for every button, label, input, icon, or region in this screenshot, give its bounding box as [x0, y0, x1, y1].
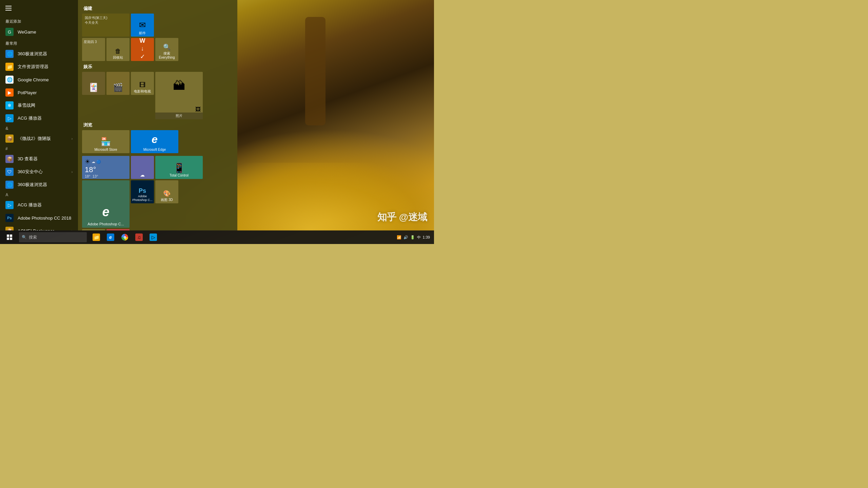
search-magnifier-icon: 🔍 — [22, 235, 27, 240]
app-aomei[interactable]: 📦 AOMEI Backupper › — [0, 224, 78, 230]
svg-rect-3 — [10, 238, 12, 240]
watermark: 知乎 @迷域 — [377, 211, 427, 224]
acgplayer-icon: ▷ — [5, 114, 14, 122]
app-360browser2-label: 360极速浏览器 — [18, 182, 47, 188]
chrome-icon: 🌐 — [5, 76, 14, 84]
photoshop-icon: Ps — [5, 214, 14, 222]
jiangjian-label: 偏建 — [83, 5, 232, 12]
taskbar-app-netease[interactable]: ♫ — [132, 230, 146, 244]
photos-icon: 🏔 — [173, 79, 185, 93]
app-potplayer[interactable]: ▶ PotPlayer — [0, 86, 78, 99]
app-weizhan2[interactable]: 📦 《微战2》微陋版 › — [0, 132, 78, 145]
hamburger-menu[interactable] — [5, 6, 12, 11]
app-acg2[interactable]: ▷ ACG 播放器 — [0, 199, 78, 211]
tile-ms-edge[interactable]: e Microsoft Edge — [131, 130, 178, 153]
tile-thursday[interactable]: 星期四 3 — [82, 38, 105, 61]
app-acgplayer[interactable]: ▷ ACG 播放器 — [0, 112, 78, 125]
taskbar-search-text: 搜索 — [29, 235, 37, 240]
tray-battery-icon[interactable]: 🔋 — [410, 235, 415, 240]
app-360browser[interactable]: 🌐 360极速浏览器 — [0, 47, 78, 60]
svg-rect-2 — [7, 238, 9, 240]
taskbar-search[interactable]: 🔍 搜索 — [19, 232, 87, 242]
ps-icon: Ps — [139, 187, 146, 195]
edge-dev-label: Adobe Photoshop C... — [86, 222, 125, 226]
weather-high: 18° — [85, 174, 91, 178]
ps-label: Adobe Photoshop C... — [131, 195, 154, 202]
tools-row1: e Adobe Photoshop C... Ps Adobe Photosho… — [82, 180, 233, 228]
app-chrome[interactable]: 🌐 Google Chrome — [0, 73, 78, 86]
section-a-divider: A — [0, 191, 78, 199]
tile-national-day[interactable]: 国庆书(第三天)今天全天 — [82, 14, 130, 37]
cards-icon: 🃏 — [88, 83, 99, 92]
tile-office[interactable]: W ↓ ✓ — [131, 38, 154, 61]
tile-search-everything[interactable]: 🔍 搜索 Everything — [155, 38, 178, 61]
recyclebin-icon: 🗑 — [115, 48, 121, 55]
start-menu-left: 最近添加 G WeGame 最常用 🌐 360极速浏览器 📁 文件资源管理器 🌐… — [0, 0, 78, 230]
taskbar-clock[interactable]: 1:39 — [423, 235, 430, 240]
fileexplorer-icon: 📁 — [5, 63, 14, 71]
tile-paint3d[interactable]: 🎨 画图 3D — [155, 180, 178, 203]
taskbar-app-edge[interactable]: e — [104, 230, 117, 244]
app-photoshop[interactable]: Ps Adobe Photoshop CC 2018 — [0, 211, 78, 224]
app-blizzard-label: 暴雪战网 — [18, 102, 35, 108]
yule-group: 娱乐 🃏 🎬 🎞 电影和电视 照片 🏔 🖼 — [82, 64, 233, 119]
browse-group: 浏览 🏪 Microsoft Store e Microsoft Edge — [82, 122, 233, 153]
start-button[interactable] — [1, 230, 18, 244]
ms-edge-label: Microsoft Edge — [142, 148, 167, 152]
weather-tools-row: ☀ ☁ 🔵 18° 18° 13° 北京 ☁ 📱 Total Control — [82, 156, 233, 179]
thursday-content: 星期四 3 — [84, 40, 97, 44]
app-blizzard[interactable]: ❄ 暴雪战网 — [0, 99, 78, 112]
taskbar-app-fileexplorer[interactable]: 📁 — [90, 230, 103, 244]
weather-low: 13° — [93, 174, 98, 178]
search-everything-label: 搜索 Everything — [155, 52, 178, 60]
tile-weather[interactable]: ☀ ☁ 🔵 18° 18° 13° 北京 — [82, 156, 130, 179]
svg-rect-0 — [7, 235, 9, 237]
frequently-used-label: 最常用 — [0, 38, 78, 47]
tile-ms-store[interactable]: 🏪 Microsoft Store — [82, 130, 130, 153]
tray-lang[interactable]: 中 — [417, 235, 421, 240]
acg2-icon: ▷ — [5, 201, 14, 209]
recyclebin-label: 回收站 — [112, 56, 124, 60]
tray-network-icon[interactable]: 📶 — [397, 235, 401, 240]
taskbar-app-chrome[interactable] — [118, 230, 132, 244]
taskbar-tray: 📶 🔊 🔋 中 1:39 — [397, 235, 433, 240]
tray-volume-icon[interactable]: 🔊 — [403, 235, 408, 240]
tile-msedgedev[interactable]: e Adobe Photoshop C... — [82, 180, 130, 228]
tile-total-control[interactable]: 📱 Total Control — [155, 156, 203, 179]
tile-mail[interactable]: ✉ 邮件 — [131, 14, 154, 37]
app-acgplayer-label: ACG 播放器 — [18, 115, 42, 121]
app-wegame[interactable]: G WeGame — [0, 25, 78, 38]
app-3dviewer[interactable]: 📦 3D 查看器 — [0, 152, 78, 165]
tile-films-tv[interactable]: 🎞 电影和电视 — [131, 72, 154, 95]
app-fileexplorer[interactable]: 📁 文件资源管理器 — [0, 60, 78, 73]
tile-cloud-tools[interactable]: ☁ — [131, 156, 154, 179]
360security-expand-arrow: › — [72, 170, 73, 174]
tile-cards[interactable]: 🃏 — [82, 72, 105, 95]
tile-video1[interactable]: 🎬 — [106, 72, 130, 95]
section-hash-divider: # — [0, 145, 78, 152]
tile-photos[interactable]: 照片 🏔 🖼 — [155, 72, 203, 119]
tile-recyclebin[interactable]: 🗑 回收站 — [106, 38, 130, 61]
app-360security-label: 360安全中心 — [18, 169, 43, 175]
weather-small-icons: ☁ 🔵 — [92, 160, 101, 164]
tile-ps[interactable]: Ps Adobe Photoshop C... — [131, 180, 154, 203]
taskbar-app-special[interactable]: ▷ — [146, 230, 160, 244]
mail-icon: ✉ — [139, 20, 146, 30]
jiangjian-row2: 星期四 3 🗑 回收站 W ↓ ✓ 🔍 搜索 Everything — [82, 38, 233, 61]
yule-label: 娱乐 — [83, 64, 232, 70]
app-360security[interactable]: 🛡 360安全中心 › — [0, 165, 78, 178]
mail-label: 邮件 — [138, 31, 147, 35]
total-control-icon: 📱 — [173, 162, 185, 174]
ms-store-label: Microsoft Store — [93, 148, 118, 152]
app-acg2-label: ACG 播放器 — [18, 202, 42, 208]
search-icon: 🔍 — [163, 43, 171, 51]
app-360browser2[interactable]: 🌐 360极速浏览器 — [0, 178, 78, 191]
wegame-icon: G — [5, 28, 14, 36]
start-menu: 最近添加 G WeGame 最常用 🌐 360极速浏览器 📁 文件资源管理器 🌐… — [0, 0, 237, 230]
app-weizhan2-label: 《微战2》微陋版 — [18, 136, 51, 142]
360security-icon: 🛡 — [5, 168, 14, 176]
photos-icon2: 🖼 — [195, 106, 201, 113]
weather-temp: 18° — [85, 165, 96, 174]
360browser-icon: 🌐 — [5, 50, 14, 58]
app-wegame-label: WeGame — [18, 29, 36, 35]
